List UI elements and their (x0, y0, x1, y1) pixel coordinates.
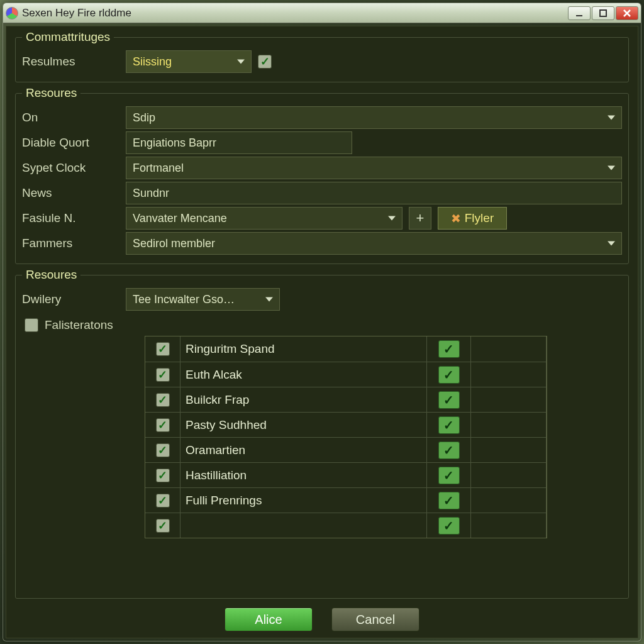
table-row: Oramartien✓ (145, 437, 547, 462)
resulmes-checkbox[interactable] (258, 55, 272, 69)
row-status-icon[interactable]: ✓ (438, 467, 460, 484)
row-checkbox[interactable] (156, 494, 170, 508)
row-extra (471, 463, 547, 487)
group-resoures-1: Resoures On Sdip Diable Quort Engiations… (15, 86, 629, 264)
news-input[interactable]: Sundnr (126, 182, 622, 204)
svg-rect-0 (576, 15, 582, 16)
chevron-down-icon (265, 297, 273, 302)
fasiule-value: Vanvater Mencane (133, 212, 227, 225)
row-checkbox[interactable] (156, 368, 170, 382)
row-label: Pasty Sudhhed (180, 413, 427, 437)
on-label: On (22, 111, 119, 125)
fammers-select[interactable]: Sedirol membler (126, 232, 622, 255)
falister-label: Falisteratons (45, 318, 113, 332)
row-checkbox[interactable] (156, 469, 170, 482)
table-row: Hastilliation✓ (145, 462, 547, 487)
chevron-down-icon (608, 116, 615, 120)
window-controls (568, 6, 638, 20)
row-extra (471, 438, 547, 462)
table-row: ✓ (145, 513, 547, 538)
options-table: Ringuritm Spand✓Euth Alcak✓Builckr Frap✓… (145, 336, 547, 538)
svg-rect-1 (600, 10, 606, 16)
row-extra (471, 413, 547, 437)
dialog-content: Commattrituges Resulmes Siissing Resoure… (6, 26, 638, 638)
minimize-button[interactable] (568, 6, 591, 20)
ok-button[interactable]: Alice (225, 608, 313, 631)
row-status-icon[interactable]: ✓ (438, 340, 460, 358)
dwilery-value: Tee Incwalter Gso… (133, 293, 235, 306)
resulmes-select[interactable]: Siissing (126, 50, 252, 73)
cancel-button[interactable]: Cancel (331, 608, 419, 631)
diable-label: Diable Quort (22, 136, 119, 150)
row-extra (471, 513, 547, 538)
table-row: Builckr Frap✓ (145, 387, 547, 412)
table-row: Fulli Prenrings✓ (145, 487, 547, 513)
row-label: Ringuritm Spand (180, 336, 427, 362)
group-legend: Commattrituges (22, 30, 114, 44)
cancel-label: Cancel (356, 613, 395, 627)
plus-icon: + (416, 210, 425, 226)
row-status-icon[interactable]: ✓ (438, 416, 460, 434)
person-icon: ✖ (451, 211, 461, 226)
row-label: Hastilliation (180, 463, 427, 487)
row-extra (471, 336, 547, 362)
row-status-icon[interactable]: ✓ (438, 517, 460, 535)
group-resoures-2: Resoures Dwilery Tee Incwalter Gso… Fali… (15, 268, 629, 599)
fammers-value: Sedirol membler (133, 237, 215, 250)
diable-input[interactable]: Engiations Baprr (126, 131, 352, 154)
dwilery-label: Dwilery (22, 292, 119, 306)
table-row: Ringuritm Spand✓ (145, 336, 547, 362)
falister-checkbox[interactable] (25, 318, 38, 332)
row-status-icon[interactable]: ✓ (438, 441, 460, 459)
sypet-label: Sypet Clock (22, 161, 119, 175)
window-title: Sexen Hey Fire rlddme (22, 7, 568, 19)
news-value: Sundnr (133, 187, 169, 200)
row-extra (471, 488, 547, 513)
sypet-select[interactable]: Fortmanel (126, 157, 622, 179)
add-button[interactable]: + (409, 207, 431, 230)
title-bar[interactable]: Sexen Hey Fire rlddme (3, 3, 641, 23)
chevron-down-icon (388, 216, 396, 221)
news-label: News (22, 186, 119, 200)
row-label: Euth Alcak (180, 362, 427, 387)
group-legend: Resoures (22, 268, 80, 282)
on-value: Sdip (133, 111, 155, 125)
row-checkbox[interactable] (156, 443, 170, 457)
resulmes-label: Resulmes (22, 55, 119, 69)
row-checkbox[interactable] (156, 418, 170, 432)
chevron-down-icon (237, 60, 245, 64)
row-label (180, 513, 427, 538)
row-status-icon[interactable]: ✓ (438, 492, 460, 509)
row-status-icon[interactable]: ✓ (438, 366, 460, 384)
flyler-label: Flyler (465, 211, 494, 225)
fasiule-label: Fasiule N. (22, 211, 119, 225)
row-label: Fulli Prenrings (180, 488, 427, 513)
row-extra (471, 387, 547, 412)
row-checkbox[interactable] (156, 342, 170, 356)
ok-label: Alice (255, 613, 282, 627)
group-legend: Resoures (22, 86, 80, 100)
group-commattrituges: Commattrituges Resulmes Siissing (15, 30, 629, 82)
flyler-button[interactable]: ✖ Flyler (438, 207, 507, 230)
dialog-window: Sexen Hey Fire rlddme Commattrituges Res… (3, 3, 641, 641)
close-button[interactable] (616, 6, 638, 20)
on-select[interactable]: Sdip (126, 106, 622, 129)
row-extra (471, 362, 547, 387)
maximize-button[interactable] (592, 6, 614, 20)
row-label: Builckr Frap (180, 387, 427, 412)
fasiule-select[interactable]: Vanvater Mencane (126, 207, 402, 230)
row-label: Oramartien (180, 438, 427, 462)
chevron-down-icon (608, 242, 615, 246)
row-status-icon[interactable]: ✓ (438, 391, 460, 409)
app-icon (6, 7, 18, 19)
sypet-value: Fortmanel (133, 162, 184, 175)
resulmes-value: Siissing (133, 55, 172, 69)
table-row: Pasty Sudhhed✓ (145, 412, 547, 437)
row-checkbox[interactable] (156, 393, 170, 407)
fammers-label: Fammers (22, 236, 119, 250)
row-checkbox[interactable] (156, 519, 170, 533)
chevron-down-icon (608, 166, 615, 170)
diable-value: Engiations Baprr (133, 136, 216, 150)
dialog-buttons: Alice Cancel (15, 608, 629, 631)
dwilery-select[interactable]: Tee Incwalter Gso… (126, 288, 280, 311)
